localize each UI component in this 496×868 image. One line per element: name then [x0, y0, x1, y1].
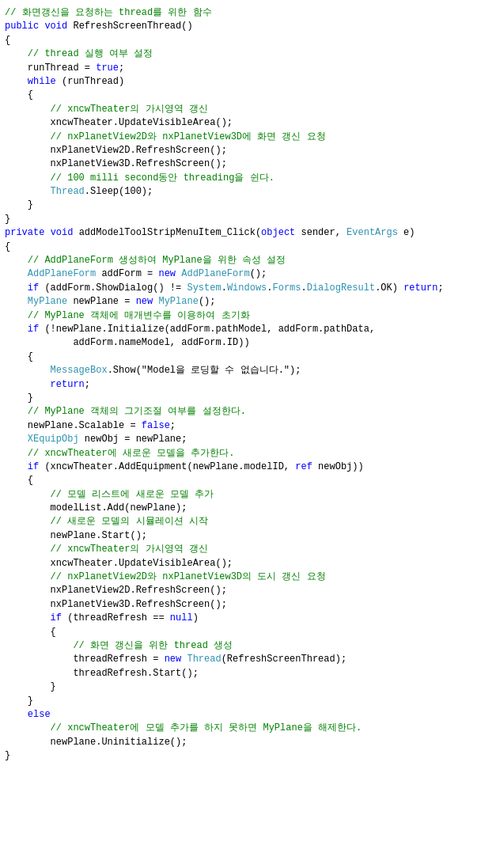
code-line: {: [3, 89, 493, 102]
code-line: threadRefresh.Start();: [3, 667, 493, 680]
code-line: if (xncwTheater.AddEquipment(newPlane.mo…: [3, 461, 493, 474]
code-line: // xncwTheater에 모델 추가를 하지 못하면 MyPlane을 해…: [3, 722, 493, 735]
code-line: // 새로운 모델의 시뮬레이션 시작: [3, 515, 493, 529]
code-line: }: [3, 213, 493, 226]
code-editor: // 화면갱신을 요청하는 thread를 위한 함수public void R…: [0, 0, 496, 868]
code-line: public void RefreshScreenThread(): [3, 20, 493, 33]
code-line: if (!newPlane.Initialize(addForm.pathMod…: [3, 323, 493, 336]
code-line: runThread = true;: [3, 62, 493, 75]
code-line: nxPlanetView2D.RefreshScreen();: [3, 584, 493, 597]
code-line: AddPlaneForm addForm = new AddPlaneForm(…: [3, 267, 493, 281]
code-line: addForm.nameModel, addForm.ID)): [3, 336, 493, 350]
code-line: if (threadRefresh == null): [3, 612, 493, 625]
code-line: nxPlanetView2D.RefreshScreen();: [3, 144, 493, 157]
code-line: }: [3, 392, 493, 405]
code-block: // 화면갱신을 요청하는 thread를 위한 함수public void R…: [3, 6, 493, 763]
code-line: {: [3, 474, 493, 487]
code-line: while (runThread): [3, 75, 493, 89]
code-line: else: [3, 708, 493, 722]
code-line: xncwTheater.UpdateVisibleArea();: [3, 116, 493, 130]
code-line: modelList.Add(newPlane);: [3, 502, 493, 515]
code-line: // MyPlane 객체에 매개변수를 이용하여 초기화: [3, 309, 493, 323]
code-line: {: [3, 241, 493, 254]
code-line: }: [3, 199, 493, 212]
code-line: nxPlanetView3D.RefreshScreen();: [3, 598, 493, 612]
code-line: if (addForm.ShowDialog() != System.Windo…: [3, 282, 493, 295]
code-line: xncwTheater.UpdateVisibleArea();: [3, 557, 493, 570]
code-line: // nxPlanetView2D와 nxPlanetView3D의 도시 갱신…: [3, 570, 493, 584]
code-line: // MyPlane 객체의 그기조절 여부를 설정한다.: [3, 405, 493, 419]
code-line: return;: [3, 378, 493, 392]
code-line: // 화면갱신을 요청하는 thread를 위한 함수: [3, 6, 493, 20]
code-line: newPlane.Start();: [3, 529, 493, 543]
code-line: // 모델 리스트에 새로운 모델 추가: [3, 488, 493, 502]
code-line: {: [3, 34, 493, 47]
code-line: {: [3, 626, 493, 639]
code-line: // AddPlaneForm 생성하여 MyPlane을 위한 속성 설정: [3, 254, 493, 267]
code-line: nxPlanetView3D.RefreshScreen();: [3, 157, 493, 171]
code-line: }: [3, 695, 493, 708]
code-line: threadRefresh = new Thread(RefreshScreen…: [3, 653, 493, 666]
code-line: newPlane.Scalable = false;: [3, 419, 493, 433]
code-line: }: [3, 749, 493, 763]
code-line: newPlane.Uninitialize();: [3, 736, 493, 749]
code-line: MessageBox.Show("Model을 로딩할 수 없습니다.");: [3, 364, 493, 377]
code-line: {: [3, 351, 493, 364]
code-line: // nxPlanetView2D와 nxPlanetView3D에 화면 갱신…: [3, 131, 493, 144]
code-line: // 100 milli second동안 threading을 쉰다.: [3, 172, 493, 185]
code-line: private void addModelToolStripMenuItem_C…: [3, 226, 493, 240]
code-line: // thread 실행 여부 설정: [3, 47, 493, 61]
code-line: XEquipObj newObj = newPlane;: [3, 433, 493, 446]
code-line: // xncwTheater의 가시영역 갱신: [3, 103, 493, 116]
code-line: // xncwTheater에 새로운 모델을 추가한다.: [3, 447, 493, 461]
code-line: }: [3, 680, 493, 694]
code-line: // xncwTheater의 가시영역 갱신: [3, 543, 493, 556]
code-line: Thread.Sleep(100);: [3, 185, 493, 199]
code-line: // 화면 갱신을 위한 thread 생성: [3, 639, 493, 653]
code-line: MyPlane newPlane = new MyPlane();: [3, 295, 493, 309]
